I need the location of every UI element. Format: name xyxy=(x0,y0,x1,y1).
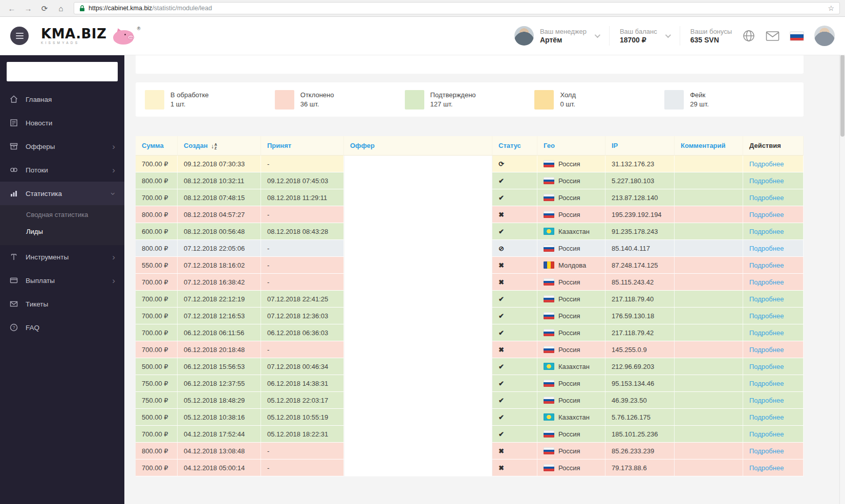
sum-cell: 700.00 ₽ xyxy=(136,274,178,291)
sidebar-item[interactable]: Инструменты› xyxy=(0,245,124,269)
details-link[interactable]: Подробнее xyxy=(749,228,784,235)
details-link[interactable]: Подробнее xyxy=(749,295,784,303)
offer-cell xyxy=(344,274,492,291)
actions-cell: Подробнее xyxy=(743,324,804,341)
chevron-right-icon: › xyxy=(112,253,115,261)
language-flag-ru-icon[interactable] xyxy=(790,31,804,41)
geo-cell: Казахстан xyxy=(537,358,605,375)
details-link[interactable]: Подробнее xyxy=(749,261,784,269)
status-x-icon: ✖ xyxy=(499,464,504,472)
flag-ru-icon xyxy=(544,464,554,471)
details-link[interactable]: Подробнее xyxy=(749,160,784,168)
accepted-cell: 07.12.2018 22:41:25 xyxy=(261,291,344,308)
logo[interactable]: KMA.BIZ KISSMYADS ® xyxy=(41,27,143,45)
sidebar-search-input[interactable] xyxy=(7,62,118,81)
sidebar-item[interactable]: Статистика› xyxy=(0,182,124,205)
page-scrollbar[interactable] xyxy=(839,17,845,504)
details-link[interactable]: Подробнее xyxy=(749,380,784,387)
column-header[interactable]: IP xyxy=(605,136,675,156)
bonus-label: Ваши бонусы xyxy=(690,27,732,36)
status-x-icon: ✖ xyxy=(499,261,504,269)
sidebar: ГлавнаяНовостиОфферы›Потоки›Статистика›С… xyxy=(0,55,124,504)
actions-cell: Подробнее xyxy=(743,459,804,476)
ip-cell: 87.248.174.125 xyxy=(605,257,675,274)
hamburger-button[interactable] xyxy=(10,27,29,45)
sidebar-item[interactable]: Новости xyxy=(0,111,124,135)
mail-icon[interactable] xyxy=(766,31,779,41)
flag-ru-icon xyxy=(544,380,554,387)
table-row: 500.00 ₽05.12.2018 10:38:1605.12.2018 10… xyxy=(136,409,804,426)
bookmark-star-icon[interactable]: ☆ xyxy=(828,4,834,12)
home-icon xyxy=(9,95,26,104)
sort-alpha-desc-icon[interactable]: ↓AZ xyxy=(211,143,217,150)
flag-ru-icon xyxy=(544,430,554,437)
details-link[interactable]: Подробнее xyxy=(749,430,784,438)
details-link[interactable]: Подробнее xyxy=(749,211,784,218)
details-link[interactable]: Подробнее xyxy=(749,447,784,455)
geo-cell: Казахстан xyxy=(537,223,605,240)
scrollbar-thumb[interactable] xyxy=(840,55,844,137)
details-link[interactable]: Подробнее xyxy=(749,464,784,472)
comment-cell xyxy=(675,223,743,240)
actions-cell: Подробнее xyxy=(743,189,804,206)
status-cell: ✔ xyxy=(492,308,537,324)
offers-icon xyxy=(9,142,26,151)
column-header[interactable]: Сумма xyxy=(136,136,178,156)
column-header[interactable]: Статус xyxy=(492,136,537,156)
table-row: 700.00 ₽09.12.2018 07:30:33-⟳Россия31.13… xyxy=(136,156,804,172)
details-link[interactable]: Подробнее xyxy=(749,278,784,286)
column-header[interactable]: Комментарий xyxy=(675,136,743,156)
status-cell: ✔ xyxy=(492,409,537,426)
sidebar-item[interactable]: Тикеты xyxy=(0,292,124,316)
accepted-cell: - xyxy=(261,257,344,274)
globe-icon[interactable] xyxy=(742,29,755,42)
sum-cell: 700.00 ₽ xyxy=(136,156,178,172)
column-header[interactable]: Создан↓AZ xyxy=(178,136,261,156)
url-bar[interactable]: https://cabinet.kma.biz/statistic/module… xyxy=(74,2,840,14)
home-icon[interactable]: ⌂ xyxy=(54,5,68,12)
column-header[interactable]: Гео xyxy=(537,136,605,156)
details-link[interactable]: Подробнее xyxy=(749,413,784,421)
status-x-icon: ✖ xyxy=(499,447,504,455)
refresh-icon[interactable]: ⟳ xyxy=(38,5,51,12)
details-link[interactable]: Подробнее xyxy=(749,346,784,354)
details-link[interactable]: Подробнее xyxy=(749,177,784,185)
table-row: 700.00 ₽07.12.2018 16:38:42-✖Россия85.11… xyxy=(136,274,804,291)
column-header[interactable]: Принят xyxy=(261,136,344,156)
sidebar-item[interactable]: Выплаты› xyxy=(0,269,124,292)
sidebar-item[interactable]: ?FAQ xyxy=(0,316,124,339)
legend-label: В обработке xyxy=(170,91,209,100)
sidebar-item[interactable]: Офферы› xyxy=(0,135,124,158)
sidebar-subitem[interactable]: Сводная статистика xyxy=(0,206,124,223)
created-cell: 06.12.2018 15:56:53 xyxy=(178,358,261,375)
details-link[interactable]: Подробнее xyxy=(749,312,784,320)
details-link[interactable]: Подробнее xyxy=(749,329,784,337)
details-link[interactable]: Подробнее xyxy=(749,245,784,252)
forward-icon[interactable]: → xyxy=(21,5,35,12)
legend-item: Подтверждено127 шт. xyxy=(405,90,535,109)
manager-block[interactable]: Ваш менеджер Артём xyxy=(514,26,599,46)
back-icon[interactable]: ← xyxy=(5,5,18,12)
flag-ru-icon xyxy=(544,245,554,252)
status-cell: ✔ xyxy=(492,358,537,375)
details-link[interactable]: Подробнее xyxy=(749,194,784,202)
balance-block[interactable]: Ваш баланс 18700 ₽ xyxy=(620,27,669,45)
sidebar-subitem[interactable]: Лиды xyxy=(0,223,124,240)
accepted-cell: - xyxy=(261,274,344,291)
sidebar-item[interactable]: Главная xyxy=(0,87,124,111)
status-check-icon: ✔ xyxy=(499,194,504,202)
user-avatar[interactable] xyxy=(814,26,835,46)
column-header[interactable]: Оффер xyxy=(344,136,492,156)
offer-cell xyxy=(344,324,492,341)
details-link[interactable]: Подробнее xyxy=(749,397,784,404)
ip-cell: 195.239.192.194 xyxy=(605,206,675,223)
flag-ru-icon xyxy=(544,194,554,201)
table-row: 700.00 ₽07.12.2018 22:12:1907.12.2018 22… xyxy=(136,291,804,308)
comment-cell xyxy=(675,206,743,223)
status-cell: ✖ xyxy=(492,459,537,476)
accepted-cell: - xyxy=(261,459,344,476)
url-path: /statistic/module/lead xyxy=(152,5,212,12)
actions-cell: Подробнее xyxy=(743,308,804,324)
sidebar-item[interactable]: Потоки› xyxy=(0,158,124,182)
details-link[interactable]: Подробнее xyxy=(749,363,784,370)
